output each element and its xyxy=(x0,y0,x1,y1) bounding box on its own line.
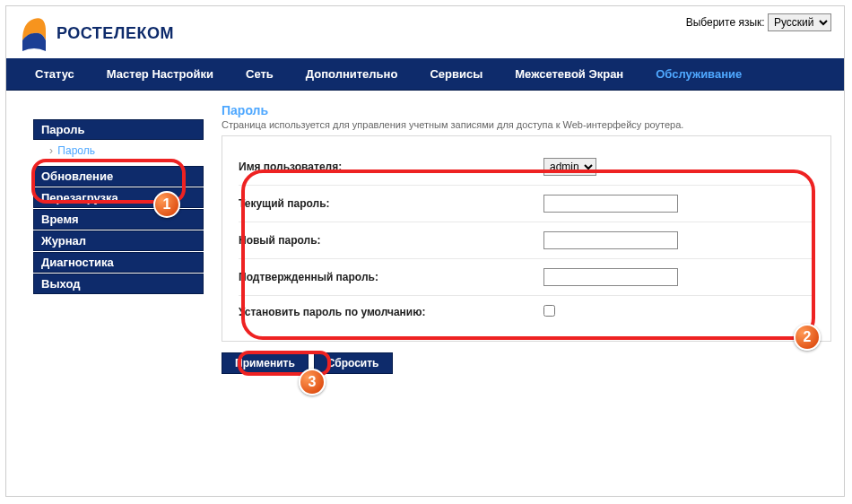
username-label: Имя пользователя: xyxy=(239,161,543,173)
brand-icon xyxy=(19,13,49,53)
nav-network[interactable]: Сеть xyxy=(230,58,290,90)
reset-button[interactable]: Сбросить xyxy=(314,352,393,374)
nav-firewall[interactable]: Межсетевой Экран xyxy=(499,58,639,90)
nav-wizard[interactable]: Мастер Настройки xyxy=(91,58,230,90)
nav-status[interactable]: Статус xyxy=(19,58,91,90)
language-picker: Выберите язык: Русский xyxy=(686,13,831,31)
password-form: Имя пользователя: admin Текущий пароль: … xyxy=(222,135,831,342)
sidebar-item-exit[interactable]: Выход xyxy=(33,274,204,294)
brand-name: РОСТЕЛЕКОМ xyxy=(57,24,174,43)
nav-services[interactable]: Сервисы xyxy=(413,58,499,90)
brand-logo: РОСТЕЛЕКОМ xyxy=(19,13,174,53)
annotation-badge-3: 3 xyxy=(299,369,326,395)
confirm-password-input[interactable] xyxy=(543,268,678,286)
sidebar-item-diag[interactable]: Диагностика xyxy=(33,252,204,273)
language-select[interactable]: Русский xyxy=(768,13,831,31)
sidebar-item-time[interactable]: Время xyxy=(33,209,204,230)
sidebar-item-password[interactable]: Пароль xyxy=(33,119,204,140)
annotation-badge-2: 2 xyxy=(794,324,821,351)
new-password-label: Новый пароль: xyxy=(239,234,543,247)
username-select[interactable]: admin xyxy=(543,158,596,176)
nav-maintenance[interactable]: Обслуживание xyxy=(639,58,758,90)
page-title: Пароль xyxy=(222,103,831,117)
new-password-input[interactable] xyxy=(543,231,678,249)
annotation-badge-1: 1 xyxy=(153,191,180,218)
nav-advanced[interactable]: Дополнительно xyxy=(290,58,414,90)
current-password-label: Текущий пароль: xyxy=(239,197,543,210)
default-password-label: Установить пароль по умолчанию: xyxy=(239,306,543,318)
sidebar-item-update[interactable]: Обновление xyxy=(33,166,204,187)
page-description: Страница используется для управления уче… xyxy=(222,119,831,130)
current-password-input[interactable] xyxy=(543,195,678,213)
default-password-checkbox[interactable] xyxy=(543,305,555,317)
sidebar: Пароль Пароль Обновление Перезагрузка Вр… xyxy=(6,103,204,374)
apply-button[interactable]: Применить xyxy=(222,352,309,374)
confirm-password-label: Подтвержденный пароль: xyxy=(239,271,543,283)
language-label: Выберите язык: xyxy=(686,16,765,29)
main-nav: Статус Мастер Настройки Сеть Дополнитель… xyxy=(6,58,844,91)
sidebar-sub-password[interactable]: Пароль xyxy=(33,141,204,166)
sidebar-item-log[interactable]: Журнал xyxy=(33,230,204,251)
